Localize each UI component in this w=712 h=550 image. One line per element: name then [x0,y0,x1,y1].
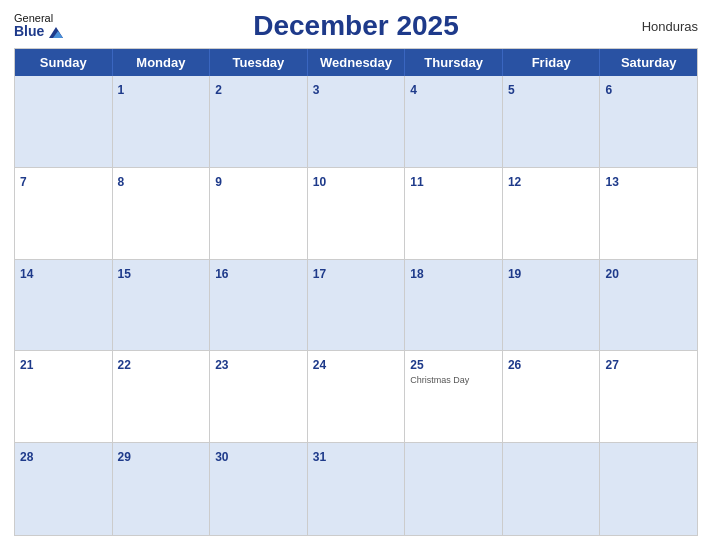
cell-w1-mon: 1 [113,76,211,168]
cell-w2-sat: 13 [600,168,697,260]
cell-w2-fri: 12 [503,168,601,260]
cell-w4-sat: 27 [600,351,697,443]
cell-w3-fri: 19 [503,260,601,352]
cell-w1-sat: 6 [600,76,697,168]
christmas-day-label: Christmas Day [410,375,497,385]
cell-w2-wed: 10 [308,168,406,260]
cell-w4-thu: 25 Christmas Day [405,351,503,443]
cell-w4-fri: 26 [503,351,601,443]
calendar-title: December 2025 [253,10,458,42]
cell-w4-mon: 22 [113,351,211,443]
cell-w3-wed: 17 [308,260,406,352]
cell-w2-sun: 7 [15,168,113,260]
cell-w1-thu: 4 [405,76,503,168]
cell-w3-thu: 18 [405,260,503,352]
cell-w5-sat [600,443,697,535]
day-header-thursday: Thursday [405,49,503,76]
cell-w5-fri [503,443,601,535]
week-row-5: 28 29 30 31 [15,443,697,535]
cell-w1-fri: 5 [503,76,601,168]
cell-w1-sun [15,76,113,168]
week-row-2: 7 8 9 10 11 12 13 [15,168,697,260]
day-header-row: Sunday Monday Tuesday Wednesday Thursday… [15,49,697,76]
calendar-wrapper: General Blue December 2025 Honduras Sund… [0,0,712,550]
day-header-wednesday: Wednesday [308,49,406,76]
day-header-friday: Friday [503,49,601,76]
week-row-1: 1 2 3 4 5 6 [15,76,697,168]
cell-w4-sun: 21 [15,351,113,443]
cell-w2-thu: 11 [405,168,503,260]
cell-w3-mon: 15 [113,260,211,352]
cell-w5-wed: 31 [308,443,406,535]
country-label: Honduras [642,19,698,34]
cell-w2-mon: 8 [113,168,211,260]
cell-w4-wed: 24 [308,351,406,443]
cell-w3-sat: 20 [600,260,697,352]
cell-w3-tue: 16 [210,260,308,352]
logo-mountain-icon [47,25,65,39]
day-header-saturday: Saturday [600,49,697,76]
cell-w4-tue: 23 [210,351,308,443]
cell-w2-tue: 9 [210,168,308,260]
day-header-tuesday: Tuesday [210,49,308,76]
week-row-4: 21 22 23 24 25 Christmas Day 26 27 [15,351,697,443]
cell-w1-tue: 2 [210,76,308,168]
cell-w5-sun: 28 [15,443,113,535]
day-header-sunday: Sunday [15,49,113,76]
calendar-grid: Sunday Monday Tuesday Wednesday Thursday… [14,48,698,536]
cell-w5-mon: 29 [113,443,211,535]
cell-w5-thu [405,443,503,535]
week-row-3: 14 15 16 17 18 19 20 [15,260,697,352]
day-header-monday: Monday [113,49,211,76]
cell-w5-tue: 30 [210,443,308,535]
calendar-header: General Blue December 2025 Honduras [14,10,698,42]
cell-w1-wed: 3 [308,76,406,168]
logo-area: General Blue [14,12,65,39]
cell-w3-sun: 14 [15,260,113,352]
logo-blue-text: Blue [14,24,44,39]
